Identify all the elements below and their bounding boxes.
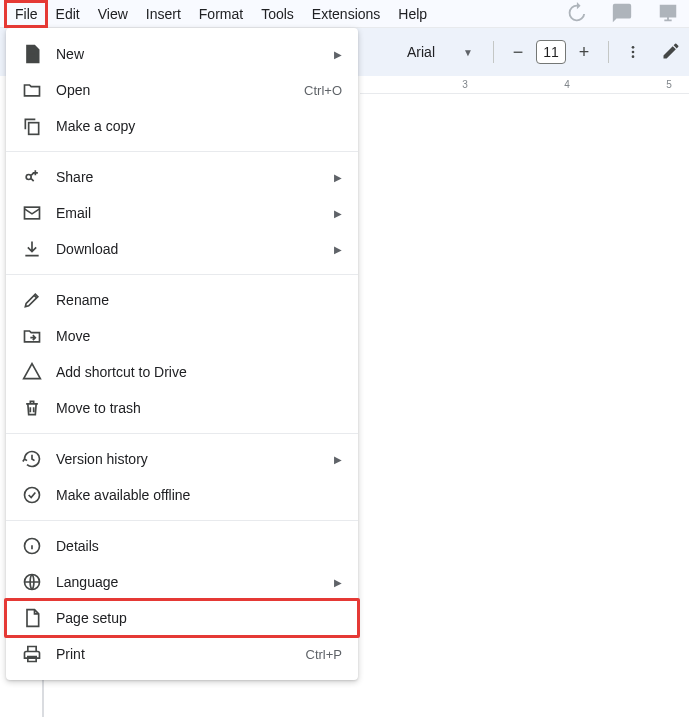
- more-button[interactable]: [621, 40, 645, 64]
- file-menu-item-label: Language: [56, 574, 326, 590]
- menu-insert[interactable]: Insert: [137, 2, 190, 26]
- history-icon: [22, 449, 42, 469]
- toolbar-divider: [493, 41, 494, 63]
- submenu-arrow-icon: ▶: [334, 208, 342, 219]
- ruler-tick: 3: [462, 79, 468, 90]
- more-vertical-icon: [625, 44, 641, 60]
- menu-format[interactable]: Format: [190, 2, 252, 26]
- file-menu-item-label: Page setup: [56, 610, 342, 626]
- folder-icon: [22, 80, 42, 100]
- file-menu-shortcut[interactable]: Add shortcut to Drive: [6, 354, 358, 390]
- history-icon[interactable]: [565, 2, 587, 24]
- file-menu-download[interactable]: Download▶: [6, 231, 358, 267]
- file-menu-print[interactable]: PrintCtrl+P: [6, 636, 358, 672]
- file-menu-move[interactable]: Move: [6, 318, 358, 354]
- info-icon: [22, 536, 42, 556]
- file-menu-item-label: Version history: [56, 451, 326, 467]
- svg-point-6: [25, 488, 40, 503]
- font-size-input[interactable]: [536, 40, 566, 64]
- menu-shortcut: Ctrl+P: [306, 647, 342, 662]
- present-icon[interactable]: [657, 2, 679, 24]
- email-icon: [22, 203, 42, 223]
- header-quick-icons: [565, 2, 679, 24]
- svg-point-4: [26, 175, 31, 180]
- svg-rect-3: [29, 123, 39, 135]
- toolbar-divider: [608, 41, 609, 63]
- menu-extensions[interactable]: Extensions: [303, 2, 389, 26]
- file-menu-trash[interactable]: Move to trash: [6, 390, 358, 426]
- svg-point-0: [632, 46, 635, 49]
- file-menu-copy[interactable]: Make a copy: [6, 108, 358, 144]
- menu-edit[interactable]: Edit: [47, 2, 89, 26]
- file-menu-item-label: Add shortcut to Drive: [56, 364, 342, 380]
- editing-mode-icon[interactable]: [661, 41, 681, 64]
- menu-separator: [6, 520, 358, 521]
- offline-icon: [22, 485, 42, 505]
- copy-icon: [22, 116, 42, 136]
- menu-separator: [6, 433, 358, 434]
- file-menu-details[interactable]: Details: [6, 528, 358, 564]
- file-menu-dropdown: New▶OpenCtrl+OMake a copyShare▶Email▶Dow…: [6, 28, 358, 680]
- menu-separator: [6, 151, 358, 152]
- document-icon: [22, 44, 42, 64]
- file-menu-item-label: New: [56, 46, 326, 62]
- submenu-arrow-icon: ▶: [334, 454, 342, 465]
- increase-font-button[interactable]: +: [572, 40, 596, 64]
- file-menu-item-label: Move: [56, 328, 342, 344]
- decrease-font-button[interactable]: −: [506, 40, 530, 64]
- file-menu-language[interactable]: Language▶: [6, 564, 358, 600]
- file-menu-pagesetup[interactable]: Page setup: [6, 600, 358, 636]
- font-family-label: Arial: [407, 44, 435, 60]
- submenu-arrow-icon: ▶: [334, 244, 342, 255]
- file-menu-item-label: Details: [56, 538, 342, 554]
- file-menu-item-label: Make a copy: [56, 118, 342, 134]
- file-menu-rename[interactable]: Rename: [6, 282, 358, 318]
- file-menu-item-label: Make available offline: [56, 487, 342, 503]
- svg-point-2: [632, 55, 635, 58]
- drive-shortcut-icon: [22, 362, 42, 382]
- file-menu-item-label: Share: [56, 169, 326, 185]
- file-menu-item-label: Print: [56, 646, 306, 662]
- menu-separator: [6, 274, 358, 275]
- print-icon: [22, 644, 42, 664]
- file-menu-email[interactable]: Email▶: [6, 195, 358, 231]
- submenu-arrow-icon: ▶: [334, 49, 342, 60]
- page-icon: [22, 608, 42, 628]
- file-menu-new[interactable]: New▶: [6, 36, 358, 72]
- menu-help[interactable]: Help: [389, 2, 436, 26]
- comment-icon[interactable]: [611, 2, 633, 24]
- menu-view[interactable]: View: [89, 2, 137, 26]
- file-menu-offline[interactable]: Make available offline: [6, 477, 358, 513]
- file-menu-open[interactable]: OpenCtrl+O: [6, 72, 358, 108]
- submenu-arrow-icon: ▶: [334, 577, 342, 588]
- file-menu-item-label: Open: [56, 82, 304, 98]
- ruler-tick: 5: [666, 79, 672, 90]
- file-menu-item-label: Email: [56, 205, 326, 221]
- menu-shortcut: Ctrl+O: [304, 83, 342, 98]
- share-icon: [22, 167, 42, 187]
- rename-icon: [22, 290, 42, 310]
- chevron-down-icon: ▼: [463, 47, 473, 58]
- trash-icon: [22, 398, 42, 418]
- file-menu-history[interactable]: Version history▶: [6, 441, 358, 477]
- menu-file[interactable]: File: [6, 2, 47, 26]
- download-icon: [22, 239, 42, 259]
- font-size-group: − +: [506, 40, 596, 64]
- globe-icon: [22, 572, 42, 592]
- horizontal-ruler[interactable]: 345: [360, 76, 689, 94]
- submenu-arrow-icon: ▶: [334, 172, 342, 183]
- ruler-tick: 4: [564, 79, 570, 90]
- file-menu-item-label: Move to trash: [56, 400, 342, 416]
- move-icon: [22, 326, 42, 346]
- file-menu-item-label: Rename: [56, 292, 342, 308]
- font-family-dropdown[interactable]: Arial ▼: [399, 37, 481, 67]
- svg-point-1: [632, 51, 635, 54]
- file-menu-item-label: Download: [56, 241, 326, 257]
- menu-tools[interactable]: Tools: [252, 2, 303, 26]
- file-menu-share[interactable]: Share▶: [6, 159, 358, 195]
